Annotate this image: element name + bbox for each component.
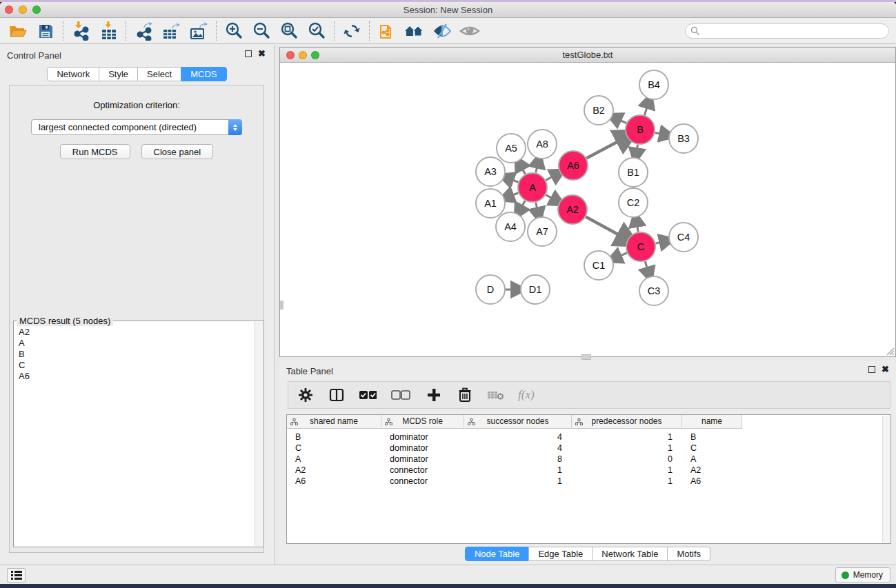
graph-node-D[interactable]: D — [476, 275, 505, 304]
export-table-icon[interactable] — [157, 20, 185, 42]
table-cell[interactable]: A6 — [682, 476, 742, 487]
add-column-icon[interactable] — [425, 386, 443, 404]
float-panel-icon[interactable] — [245, 50, 252, 57]
delete-column-trash-icon[interactable] — [456, 386, 474, 404]
export-image-icon[interactable] — [185, 20, 212, 42]
float-table-panel-icon[interactable] — [868, 366, 875, 373]
graph-edge-A-A2[interactable] — [546, 195, 554, 199]
mcds-result-item[interactable]: C — [19, 360, 263, 371]
graph-node-A7[interactable]: A7 — [528, 217, 557, 246]
export-network-icon[interactable] — [130, 20, 157, 42]
result-scrollbar[interactable] — [255, 322, 263, 546]
graph-edge-A6-B[interactable] — [586, 140, 621, 159]
graph-edge-A-A4[interactable] — [521, 201, 525, 208]
table-cell[interactable]: B — [682, 432, 742, 443]
table-cell[interactable]: dominator — [381, 443, 464, 454]
tab-network[interactable]: Network — [47, 67, 99, 81]
graph-edge-A-A6[interactable] — [546, 176, 554, 181]
tab-node-table[interactable]: Node Table — [465, 547, 530, 561]
table-cell[interactable]: connector — [381, 476, 464, 487]
memory-button[interactable]: Memory — [835, 567, 890, 582]
graph-node-A[interactable]: A — [518, 173, 547, 202]
close-panel-button[interactable]: Close panel — [141, 144, 214, 159]
graph-node-A5[interactable]: A5 — [497, 134, 526, 163]
graph-node-A8[interactable]: A8 — [528, 130, 557, 159]
graph-edge-A-A5[interactable] — [521, 167, 526, 174]
criterion-dropdown[interactable]: largest connected component (directed) — [31, 119, 242, 135]
table-cell[interactable]: 0 — [572, 454, 682, 465]
graph-edge-A-A3[interactable] — [510, 179, 518, 182]
table-cell[interactable]: 8 — [464, 454, 572, 465]
zoom-fit-icon[interactable] — [275, 20, 303, 42]
tab-select[interactable]: Select — [137, 67, 181, 81]
graph-node-B3[interactable]: B3 — [669, 124, 698, 153]
graph-node-B4[interactable]: B4 — [639, 70, 668, 99]
graph-edge-C-C4[interactable] — [655, 242, 662, 243]
graph-edge-C-C2[interactable] — [637, 224, 638, 232]
table-cell[interactable]: 1 — [464, 476, 572, 487]
graph-node-C3[interactable]: C3 — [639, 276, 668, 305]
column-header-successor-nodes[interactable]: successor nodes — [464, 415, 572, 429]
table-cell[interactable]: connector — [381, 465, 464, 476]
table-cell[interactable]: 4 — [464, 432, 572, 443]
table-scrollbar[interactable] — [882, 416, 890, 543]
split-table-icon[interactable] — [328, 386, 346, 404]
column-header-mcds-role[interactable]: MCDS role — [381, 415, 464, 429]
table-cell[interactable]: B — [287, 432, 381, 443]
zoom-out-icon[interactable] — [248, 20, 275, 42]
graph-node-C4[interactable]: C4 — [669, 223, 698, 252]
close-table-panel-icon[interactable]: ✖ — [882, 366, 889, 373]
birds-eye-view-icon[interactable] — [456, 20, 484, 42]
graph-edge-C-C1[interactable] — [618, 253, 627, 257]
tab-edge-table[interactable]: Edge Table — [528, 547, 593, 561]
graph-node-B[interactable]: B — [626, 115, 655, 144]
graph-node-A6[interactable]: A6 — [559, 151, 588, 180]
mcds-result-item[interactable]: A — [19, 338, 263, 349]
table-cell[interactable]: dominator — [381, 432, 464, 443]
table-cell[interactable]: 4 — [464, 443, 572, 454]
graph-node-A2[interactable]: A2 — [558, 195, 587, 224]
import-table-icon[interactable] — [94, 20, 122, 42]
graph-node-A3[interactable]: A3 — [476, 157, 505, 186]
horizontal-splitter-grip[interactable] — [581, 354, 591, 360]
table-cell[interactable]: A2 — [682, 465, 742, 476]
table-cell[interactable]: dominator — [381, 454, 464, 465]
graph-edge-A-A7[interactable] — [536, 202, 538, 210]
graph-edge-B-B1[interactable] — [637, 145, 638, 152]
network-canvas[interactable]: AA1A2A3A4A5A6A7A8BB1B2B3B4CC1C2C3C4DD1 — [280, 63, 895, 356]
tab-motifs[interactable]: Motifs — [667, 547, 710, 561]
zoom-in-icon[interactable] — [220, 20, 248, 42]
table-cell[interactable]: 1 — [464, 465, 572, 476]
table-row[interactable]: A6connector11A6 — [287, 476, 890, 487]
table-cell[interactable]: A2 — [287, 465, 381, 476]
mcds-result-item[interactable]: A2 — [19, 327, 263, 338]
table-cell[interactable]: 1 — [572, 443, 682, 454]
table-row[interactable]: Cdominator41C — [287, 443, 890, 454]
table-row[interactable]: Bdominator41B — [287, 432, 890, 443]
settings-gear-icon[interactable] — [297, 386, 315, 404]
column-header-name[interactable]: name — [682, 415, 742, 429]
task-history-button[interactable] — [7, 568, 26, 582]
graph-edge-A-A1[interactable] — [510, 193, 518, 196]
tab-network-table[interactable]: Network Table — [592, 547, 668, 561]
home-view-icon[interactable] — [401, 20, 428, 42]
mcds-result-list[interactable]: A2ABCA6 — [14, 321, 263, 382]
graph-edge-B-B4[interactable] — [644, 105, 647, 115]
graph-node-C[interactable]: C — [626, 232, 655, 261]
graph-edge-B-B3[interactable] — [655, 132, 663, 134]
table-row[interactable]: A2connector11A2 — [287, 465, 890, 476]
graph-edge-B-B2[interactable] — [618, 119, 626, 123]
table-cell[interactable]: A — [287, 454, 381, 465]
graph-node-C1[interactable]: C1 — [584, 251, 613, 280]
graph-edge-A-A8[interactable] — [536, 165, 538, 172]
graphics-details-icon[interactable] — [428, 20, 456, 42]
table-cell[interactable]: C — [287, 443, 381, 454]
graph-node-C2[interactable]: C2 — [619, 188, 648, 217]
mcds-result-item[interactable]: B — [19, 349, 263, 360]
column-header-shared-name[interactable]: shared name — [287, 415, 381, 429]
table-cell[interactable]: 1 — [572, 465, 682, 476]
save-session-icon[interactable] — [32, 20, 59, 42]
graph-edge-A2-C[interactable] — [586, 217, 621, 237]
search-input[interactable] — [685, 23, 889, 39]
refresh-view-icon[interactable] — [338, 20, 366, 42]
